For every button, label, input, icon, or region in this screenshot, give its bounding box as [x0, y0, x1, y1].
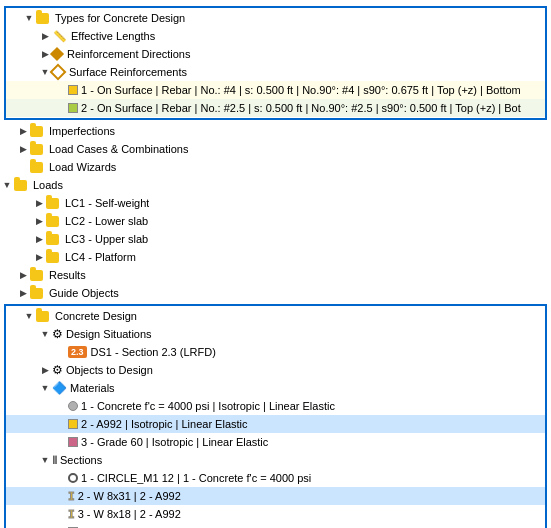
imperfections-arrow[interactable] — [16, 124, 30, 138]
load-cases-label: Load Cases & Combinations — [49, 143, 188, 155]
tree-container: Types for Concrete Design 📏 Effective Le… — [0, 0, 551, 528]
eff-lengths-arrow[interactable] — [38, 29, 52, 43]
concrete-design-group: Concrete Design ⚙ Design Situations 2.3 … — [4, 304, 547, 528]
types-concrete-label: Types for Concrete Design — [55, 12, 185, 24]
folder-icon-lc4 — [46, 249, 62, 265]
surf-reinf-icon — [50, 64, 67, 81]
on-surface-2-label: 2 - On Surface | Rebar | No.: #2.5 | s: … — [81, 102, 521, 114]
mat3-color — [68, 437, 78, 447]
folder-icon-loadcases — [30, 141, 46, 157]
mat2-color — [68, 419, 78, 429]
load-wizards-label: Load Wizards — [49, 161, 116, 173]
expand-arrow[interactable] — [22, 11, 36, 25]
sec-2-item[interactable]: I 2 - W 8x31 | 2 - A992 — [6, 487, 545, 505]
materials-arrow[interactable] — [38, 381, 52, 395]
mat-2-label: 2 - A992 | Isotropic | Linear Elastic — [81, 418, 248, 430]
sec3-ibeam-icon: I — [68, 508, 75, 521]
lc1-arrow[interactable] — [32, 196, 46, 210]
ds1-label: DS1 - Section 2.3 (LRFD) — [91, 346, 216, 358]
guide-objects-arrow[interactable] — [16, 286, 30, 300]
types-concrete-design-group: Types for Concrete Design 📏 Effective Le… — [4, 6, 547, 120]
mat-2-item[interactable]: 2 - A992 | Isotropic | Linear Elastic — [6, 415, 545, 433]
folder-icon-lc3 — [46, 231, 62, 247]
mat3-arrow — [54, 435, 68, 449]
surface-reinforcements-label: Surface Reinforcements — [69, 66, 187, 78]
lc2-label: LC2 - Lower slab — [65, 215, 148, 227]
folder-icon-lc1 — [46, 195, 62, 211]
concrete-design-root[interactable]: Concrete Design — [6, 307, 545, 325]
loads-arrow[interactable] — [0, 178, 14, 192]
lc1-item[interactable]: LC1 - Self-weight — [0, 194, 551, 212]
lc4-arrow[interactable] — [32, 250, 46, 264]
ds1-arrow-empty — [54, 345, 68, 359]
empty-arrow-2 — [54, 101, 68, 115]
guide-objects-item[interactable]: Guide Objects — [0, 284, 551, 302]
folder-icon-imperfections — [30, 123, 46, 139]
lc3-item[interactable]: LC3 - Upper slab — [0, 230, 551, 248]
objects-design-arrow[interactable] — [38, 363, 52, 377]
folder-icon-loads — [14, 177, 30, 193]
sec-3-item[interactable]: I 3 - W 8x18 | 2 - A992 — [6, 505, 545, 523]
lc2-item[interactable]: LC2 - Lower slab — [0, 212, 551, 230]
folder-icon-guide — [30, 285, 46, 301]
sections-label: Sections — [60, 454, 102, 466]
materials-label: Materials — [70, 382, 115, 394]
results-item[interactable]: Results — [0, 266, 551, 284]
guide-objects-label: Guide Objects — [49, 287, 119, 299]
sec-3-label: 3 - W 8x18 | 2 - A992 — [78, 508, 181, 520]
loads-label: Loads — [33, 179, 63, 191]
imperfections-item[interactable]: Imperfections — [0, 122, 551, 140]
sec-4-item[interactable]: 4 - R_M1 12/16 | 1 - Concrete f'c = 4000… — [6, 523, 545, 528]
materials-item[interactable]: 🔷 Materials — [6, 379, 545, 397]
folder-icon — [36, 10, 52, 26]
mat1-color — [68, 401, 78, 411]
mat-3-label: 3 - Grade 60 | Isotropic | Linear Elasti… — [81, 436, 268, 448]
loads-item[interactable]: Loads — [0, 176, 551, 194]
design-situations-item[interactable]: ⚙ Design Situations — [6, 325, 545, 343]
surface-reinforcements-item[interactable]: Surface Reinforcements — [6, 63, 545, 81]
on-surface-2-item[interactable]: 2 - On Surface | Rebar | No.: #2.5 | s: … — [6, 99, 545, 117]
on-surface-1-item[interactable]: 1 - On Surface | Rebar | No.: #4 | s: 0.… — [6, 81, 545, 99]
folder-icon-lc2 — [46, 213, 62, 229]
mat-1-item[interactable]: 1 - Concrete f'c = 4000 psi | Isotropic … — [6, 397, 545, 415]
sec2-ibeam-icon: I — [68, 490, 75, 503]
design-situations-label: Design Situations — [66, 328, 152, 340]
mat-1-label: 1 - Concrete f'c = 4000 psi | Isotropic … — [81, 400, 335, 412]
mat-3-item[interactable]: 3 - Grade 60 | Isotropic | Linear Elasti… — [6, 433, 545, 451]
sections-item[interactable]: Ⅱ Sections — [6, 451, 545, 469]
sections-arrow[interactable] — [38, 453, 52, 467]
load-cases-item[interactable]: Load Cases & Combinations — [0, 140, 551, 158]
lc4-item[interactable]: LC4 - Platform — [0, 248, 551, 266]
load-wizards-item[interactable]: Load Wizards — [0, 158, 551, 176]
mat2-arrow — [54, 417, 68, 431]
load-cases-arrow[interactable] — [16, 142, 30, 156]
empty-arrow — [54, 83, 68, 97]
sec-1-label: 1 - CIRCLE_M1 12 | 1 - Concrete f'c = 40… — [81, 472, 311, 484]
load-wizards-arrow — [16, 160, 30, 174]
sec-1-item[interactable]: 1 - CIRCLE_M1 12 | 1 - Concrete f'c = 40… — [6, 469, 545, 487]
ds1-badge: 2.3 — [68, 346, 87, 358]
ds1-item[interactable]: 2.3 DS1 - Section 2.3 (LRFD) — [6, 343, 545, 361]
folder-icon-concrete — [36, 308, 52, 324]
effective-lengths-item[interactable]: 📏 Effective Lengths — [6, 27, 545, 45]
materials-icon: 🔷 — [52, 381, 67, 395]
results-arrow[interactable] — [16, 268, 30, 282]
sec2-arrow — [54, 489, 68, 503]
types-concrete-design-root[interactable]: Types for Concrete Design — [6, 9, 545, 27]
lc3-arrow[interactable] — [32, 232, 46, 246]
objects-to-design-item[interactable]: ⚙ Objects to Design — [6, 361, 545, 379]
lc2-arrow[interactable] — [32, 214, 46, 228]
effective-lengths-label: Effective Lengths — [71, 30, 155, 42]
folder-icon-results — [30, 267, 46, 283]
reinf-directions-label: Reinforcement Directions — [67, 48, 191, 60]
on-surface-2-color — [68, 103, 78, 113]
folder-icon-wizards — [30, 159, 46, 175]
on-surface-1-label: 1 - On Surface | Rebar | No.: #4 | s: 0.… — [81, 84, 521, 96]
lc3-label: LC3 - Upper slab — [65, 233, 148, 245]
design-sit-arrow[interactable] — [38, 327, 52, 341]
sec-2-label: 2 - W 8x31 | 2 - A992 — [78, 490, 181, 502]
reinf-directions-item[interactable]: Reinforcement Directions — [6, 45, 545, 63]
design-sit-icon: ⚙ — [52, 327, 63, 341]
concrete-design-arrow[interactable] — [22, 309, 36, 323]
lc4-label: LC4 - Platform — [65, 251, 136, 263]
